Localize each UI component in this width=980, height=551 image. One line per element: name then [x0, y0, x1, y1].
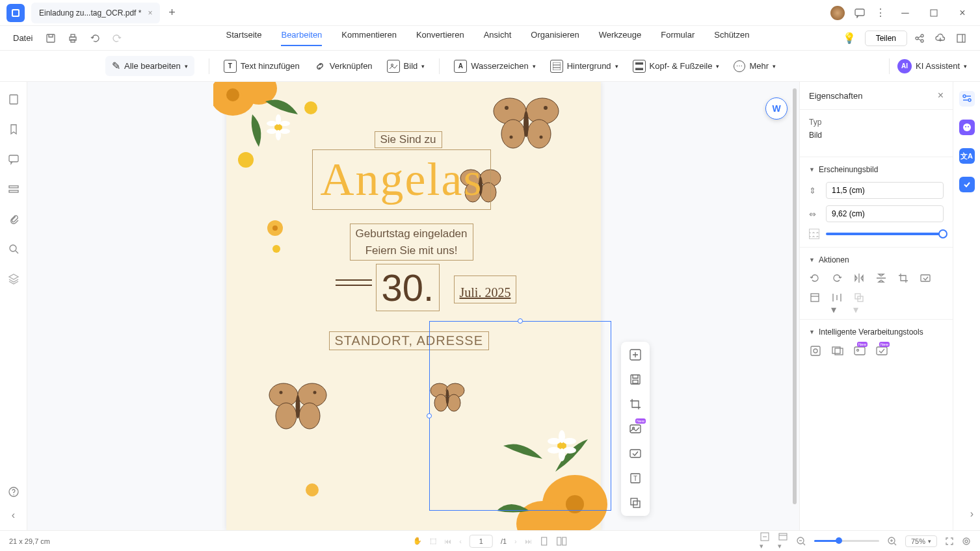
attachments-icon[interactable]: [8, 213, 20, 225]
undo-icon[interactable]: [90, 33, 100, 44]
tab-konvertieren[interactable]: Konvertieren: [416, 30, 464, 46]
resize-handle-top[interactable]: [518, 318, 523, 324]
edit-all-button[interactable]: ✎ Alle bearbeiten ▾: [105, 56, 194, 76]
ai-assistant-button[interactable]: AI KI Assistent ▾: [897, 59, 967, 73]
resize-handle-left[interactable]: [427, 413, 432, 418]
comments-icon[interactable]: [8, 153, 20, 165]
copy-image-icon[interactable]: [628, 495, 643, 511]
tab-close-icon[interactable]: ×: [148, 8, 152, 18]
align-icon[interactable]: [809, 292, 821, 303]
minimize-button[interactable]: ─: [895, 3, 915, 23]
rotate-left-icon[interactable]: [809, 272, 821, 284]
appearance-header[interactable]: ▼ Erscheinungsbild: [809, 165, 944, 174]
prev-page-icon[interactable]: ‹: [459, 537, 462, 545]
watermark-button[interactable]: A Wasserzeichen ▾: [454, 60, 535, 73]
document-tab[interactable]: Einladung zu...tag_OCR.pdf * ×: [31, 3, 160, 23]
text-box-intro[interactable]: Sie Sind zu: [375, 131, 442, 148]
share-icon[interactable]: [914, 32, 925, 44]
next-page-icon[interactable]: ›: [514, 537, 517, 545]
tab-organisieren[interactable]: Organisieren: [531, 30, 579, 46]
thumbnails-icon[interactable]: [8, 94, 20, 105]
rotate-right-icon[interactable]: [831, 272, 843, 284]
text-box-name[interactable]: Angelas: [312, 149, 492, 210]
check-icon[interactable]: [959, 177, 975, 192]
background-button[interactable]: Hintergrund ▾: [550, 60, 618, 73]
ai-tool-2-icon[interactable]: [831, 344, 843, 356]
tab-schuetzen[interactable]: Schützen: [714, 30, 749, 46]
link-button[interactable]: Verknüpfen: [314, 60, 373, 72]
slider-thumb[interactable]: [938, 229, 947, 238]
extract-image-icon[interactable]: [628, 446, 643, 461]
tab-werkzeuge[interactable]: Werkzeuge: [599, 30, 642, 46]
zoom-slider[interactable]: [814, 540, 879, 542]
tools-header[interactable]: ▼ Intelligente Verarbeitungstools: [809, 327, 944, 337]
fit-width-icon[interactable]: ▾: [760, 532, 770, 550]
header-footer-button[interactable]: Kopf- & Fußzeile ▾: [633, 60, 720, 73]
ai-tool-1-icon[interactable]: [809, 344, 821, 356]
first-page-icon[interactable]: ⏮: [444, 537, 451, 545]
zoom-level[interactable]: 75%▾: [905, 535, 937, 547]
panel-icon[interactable]: [955, 32, 967, 44]
width-input[interactable]: [826, 205, 944, 222]
select-tool-icon[interactable]: ⬚: [430, 537, 436, 545]
fullscreen-icon[interactable]: [945, 537, 954, 546]
text-box-date[interactable]: Juli. 2025: [454, 276, 517, 303]
ai-tool-3-icon[interactable]: New: [853, 344, 865, 356]
chat-icon[interactable]: [854, 7, 866, 19]
maximize-button[interactable]: [924, 3, 944, 23]
redo-icon[interactable]: [112, 33, 122, 44]
tab-bearbeiten[interactable]: Bearbeiten: [281, 30, 322, 46]
ocr-icon[interactable]: T: [628, 470, 643, 486]
fields-icon[interactable]: [8, 183, 20, 195]
more-button[interactable]: ⋯ Mehr ▾: [734, 60, 776, 72]
scrollbar-vertical[interactable]: [793, 82, 798, 530]
help-icon[interactable]: [8, 486, 20, 498]
cloud-icon[interactable]: [934, 32, 946, 44]
ai-chat-icon[interactable]: [959, 120, 975, 135]
user-avatar[interactable]: [830, 6, 845, 20]
close-panel-icon[interactable]: ×: [938, 90, 944, 101]
close-button[interactable]: ×: [953, 3, 972, 23]
export-word-icon[interactable]: W: [765, 97, 788, 120]
opacity-slider[interactable]: [826, 233, 944, 235]
more-icon[interactable]: ⋮: [875, 7, 886, 19]
expand-right-icon[interactable]: ›: [970, 508, 973, 520]
actions-header[interactable]: ▼ Aktionen: [809, 255, 944, 264]
fit-page-icon[interactable]: [962, 537, 971, 546]
crop-action-icon[interactable]: [897, 272, 909, 284]
zoom-thumb[interactable]: [836, 537, 842, 544]
distribute-icon[interactable]: ▾: [831, 292, 843, 303]
zoom-in-icon[interactable]: [887, 536, 897, 546]
save-icon[interactable]: [46, 33, 56, 44]
zoom-out-icon[interactable]: [796, 536, 806, 546]
document-page[interactable]: Sie Sind zu Angelas Geburtstag eingelade…: [226, 82, 601, 530]
two-page-icon[interactable]: [557, 537, 567, 546]
arrange-icon[interactable]: ▾: [853, 292, 865, 303]
share-button[interactable]: Teilen: [865, 31, 907, 46]
translate-icon[interactable]: 文A: [959, 148, 975, 164]
text-box-invitation[interactable]: Geburtstag eingeladen Feiern Sie mit uns…: [350, 224, 473, 261]
save-image-icon[interactable]: [628, 372, 643, 387]
image-button[interactable]: Bild ▾: [387, 60, 425, 73]
crop-icon[interactable]: [628, 396, 643, 412]
properties-toggle-icon[interactable]: [959, 91, 975, 107]
replace-image-icon[interactable]: New: [628, 421, 643, 437]
read-mode-icon[interactable]: ▾: [778, 532, 788, 550]
tab-ansicht[interactable]: Ansicht: [484, 30, 512, 46]
layers-icon[interactable]: [8, 273, 20, 285]
collapse-icon[interactable]: ‹: [12, 509, 15, 521]
scroll-thumb[interactable]: [793, 88, 797, 504]
flip-horizontal-icon[interactable]: [853, 272, 865, 284]
ai-tool-4-icon[interactable]: New: [875, 344, 887, 356]
replace-action-icon[interactable]: [920, 272, 931, 284]
tab-kommentieren[interactable]: Kommentieren: [341, 30, 397, 46]
single-page-icon[interactable]: [540, 537, 549, 546]
lightbulb-icon[interactable]: 💡: [843, 32, 856, 44]
tab-formular[interactable]: Formular: [661, 30, 695, 46]
page-number-input[interactable]: 1: [470, 535, 493, 548]
hand-tool-icon[interactable]: ✋: [413, 537, 422, 545]
height-input[interactable]: [826, 182, 944, 199]
new-tab-button[interactable]: +: [164, 5, 179, 21]
search-icon[interactable]: [8, 243, 20, 255]
last-page-icon[interactable]: ⏭: [525, 537, 532, 545]
